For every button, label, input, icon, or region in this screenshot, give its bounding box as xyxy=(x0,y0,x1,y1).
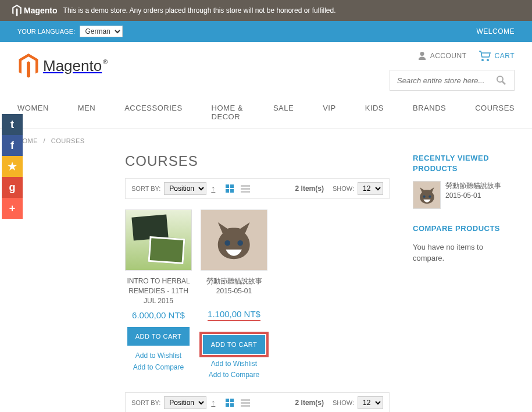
svg-rect-17 xyxy=(241,405,250,407)
svg-rect-15 xyxy=(241,399,250,401)
share-more[interactable]: + xyxy=(2,198,23,219)
top-bar: YOUR LANGUAGE: German WELCOME xyxy=(0,21,532,42)
svg-rect-2 xyxy=(226,184,229,188)
product-grid: INTRO TO HERBAL REMEDIES - 11TH JUL 2015… xyxy=(125,209,390,381)
share-google[interactable]: g xyxy=(2,177,23,198)
share-tumblr[interactable]: t xyxy=(2,114,23,135)
nav-sale[interactable]: SALE xyxy=(273,97,294,119)
product-item: 勞動節聽貓說故事 2015-05-01 1.100,00 NT$ ADD TO … xyxy=(201,209,267,381)
sort-direction-toggle[interactable]: ↑ xyxy=(211,184,215,193)
welcome-message: WELCOME xyxy=(476,27,515,35)
svg-rect-12 xyxy=(230,399,234,402)
svg-rect-7 xyxy=(241,188,250,190)
sort-by-label: SORT BY: xyxy=(131,399,160,406)
language-select[interactable]: German xyxy=(80,26,123,37)
svg-rect-6 xyxy=(241,185,250,187)
product-image xyxy=(126,210,191,270)
nav-kids[interactable]: KIDS xyxy=(365,97,384,119)
recently-viewed-block: RECENTLY VIEWED PRODUCTS 勞動節聽貓說故事 2015-0… xyxy=(413,153,515,209)
language-switcher: YOUR LANGUAGE: German xyxy=(17,26,123,37)
add-to-wishlist-link[interactable]: Add to Wishlist xyxy=(125,350,192,361)
nav-vip[interactable]: VIP xyxy=(323,97,335,119)
search-input[interactable] xyxy=(397,76,496,85)
nav-courses[interactable]: COURSES xyxy=(475,97,515,119)
recently-viewed-item[interactable]: 勞動節聽貓說故事 2015-05-01 xyxy=(413,181,515,209)
add-to-cart-button[interactable]: ADD TO CART xyxy=(203,335,265,354)
product-price: 1.100,00 NT$ xyxy=(208,309,260,321)
svg-point-9 xyxy=(225,240,231,246)
breadcrumb: HOME / COURSES xyxy=(0,129,532,153)
search-icon[interactable] xyxy=(496,75,506,86)
show-per-page-select[interactable]: 12 xyxy=(358,396,383,409)
magento-logo-small: Magento xyxy=(12,5,58,16)
cart-link[interactable]: CART xyxy=(479,51,515,61)
right-sidebar: RECENTLY VIEWED PRODUCTS 勞動節聽貓說故事 2015-0… xyxy=(413,153,515,412)
view-mode-list[interactable] xyxy=(241,399,250,407)
nav-brands[interactable]: BRANDS xyxy=(413,97,446,119)
toolbar-bottom: SORT BY: Position ↑ 2 Item(s) SHOW: 12 xyxy=(125,392,390,412)
add-to-cart-button[interactable]: ADD TO CART xyxy=(127,327,190,346)
add-to-compare-link[interactable]: Add to Compare xyxy=(125,362,192,373)
search-box xyxy=(390,70,515,91)
svg-point-18 xyxy=(423,196,425,198)
account-link[interactable]: ACCOUNT xyxy=(417,51,467,61)
product-name[interactable]: 勞動節聽貓說故事 2015-05-01 xyxy=(201,276,267,304)
nav-men[interactable]: MEN xyxy=(78,97,95,119)
logo-link[interactable]: Magento® xyxy=(17,54,102,78)
main-nav: WOMEN MEN ACCESSORIES HOME & DECOR SALE … xyxy=(0,97,532,129)
svg-rect-4 xyxy=(226,189,229,193)
sort-by-select[interactable]: Position xyxy=(164,182,206,195)
product-price: 6.000,00 NT$ xyxy=(125,310,192,320)
svg-line-1 xyxy=(502,81,505,84)
language-label: YOUR LANGUAGE: xyxy=(17,28,75,35)
products-column: COURSES SORT BY: Position ↑ 2 Item(s) SH… xyxy=(125,153,390,412)
header-links: ACCOUNT CART xyxy=(417,51,515,61)
grid-icon xyxy=(226,184,235,193)
product-item: INTRO TO HERBAL REMEDIES - 11TH JUL 2015… xyxy=(125,209,192,381)
toolbar-top: SORT BY: Position ↑ 2 Item(s) SHOW: 12 xyxy=(125,178,390,199)
social-sidebar: t f ★ g + xyxy=(2,114,23,219)
share-favorite[interactable]: ★ xyxy=(2,156,23,177)
view-mode-switcher xyxy=(226,399,250,407)
compare-empty-message: You have no items to compare. xyxy=(413,241,515,264)
view-mode-grid[interactable] xyxy=(226,399,235,407)
nav-home-decor[interactable]: HOME & DECOR xyxy=(212,97,244,128)
list-icon xyxy=(241,399,250,407)
share-facebook[interactable]: f xyxy=(2,135,23,156)
recent-item-thumb xyxy=(413,181,441,209)
recently-viewed-title: RECENTLY VIEWED PRODUCTS xyxy=(413,153,515,174)
add-to-compare-link[interactable]: Add to Compare xyxy=(201,370,267,381)
view-mode-grid[interactable] xyxy=(226,184,235,193)
view-mode-switcher xyxy=(226,184,250,193)
logo-text: Magento® xyxy=(43,57,102,75)
compare-products-title: COMPARE PRODUCTS xyxy=(413,223,515,234)
product-image-link[interactable] xyxy=(201,209,267,271)
svg-rect-14 xyxy=(230,403,234,407)
recent-item-name: 勞動節聽貓說故事 2015-05-01 xyxy=(445,181,515,209)
svg-rect-13 xyxy=(226,403,229,407)
show-label: SHOW: xyxy=(333,185,354,192)
show-label: SHOW: xyxy=(333,399,354,406)
brand-text-small: Magento xyxy=(24,6,58,15)
product-image-link[interactable] xyxy=(125,209,192,271)
product-name[interactable]: INTRO TO HERBAL REMEDIES - 11TH JUL 2015 xyxy=(125,276,192,306)
add-to-wishlist-link[interactable]: Add to Wishlist xyxy=(201,358,267,370)
sort-by-select[interactable]: Position xyxy=(164,396,206,409)
item-count: 2 Item(s) xyxy=(295,184,324,193)
svg-rect-5 xyxy=(230,189,234,193)
show-per-page-select[interactable]: 12 xyxy=(358,182,383,195)
svg-rect-11 xyxy=(226,399,229,402)
compare-products-block: COMPARE PRODUCTS You have no items to co… xyxy=(413,223,515,264)
svg-rect-16 xyxy=(241,402,250,404)
svg-rect-8 xyxy=(241,191,250,193)
cart-icon xyxy=(479,51,491,61)
svg-point-10 xyxy=(238,240,244,246)
svg-rect-3 xyxy=(230,184,234,188)
demo-notice-bar: Magento This is a demo store. Any orders… xyxy=(0,0,532,21)
sort-direction-toggle[interactable]: ↑ xyxy=(211,398,215,407)
header-right: ACCOUNT CART xyxy=(390,51,515,91)
nav-accessories[interactable]: ACCESSORIES xyxy=(124,97,182,119)
sort-by-label: SORT BY: xyxy=(131,185,160,192)
product-image xyxy=(201,210,267,270)
view-mode-list[interactable] xyxy=(241,184,250,193)
